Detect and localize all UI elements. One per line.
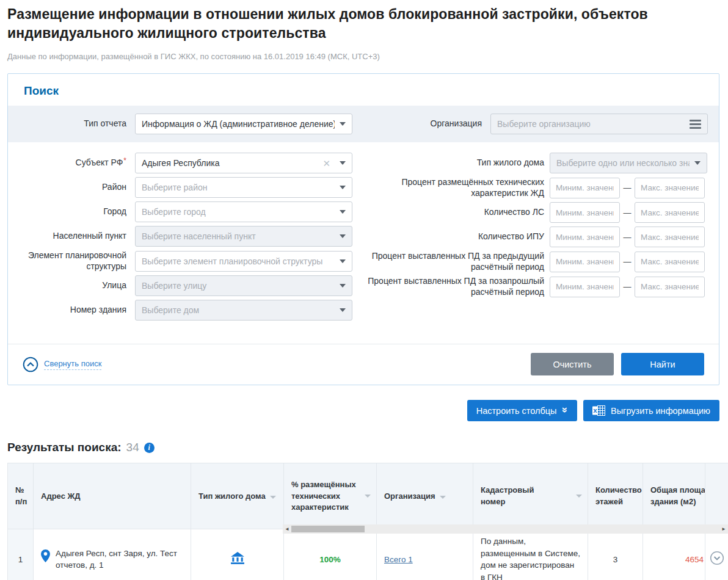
table-header-row: № п/п Адрес ЖД Тип жилого дома % размещё…: [8, 463, 728, 529]
export-button[interactable]: x Выгрузить информацию: [583, 400, 719, 421]
tech-percent-range-row: Процент размещённых технических характер…: [363, 177, 719, 198]
clear-button[interactable]: Очистить: [531, 353, 614, 375]
pd-prev-max-input[interactable]: [635, 252, 705, 272]
results-header: Результаты поиска: 34 i: [7, 441, 719, 454]
excel-icon: x: [592, 405, 605, 416]
ipu-count-max-input[interactable]: [635, 227, 705, 247]
tech-percent-range-label: Процент размещённых технических характер…: [363, 177, 544, 198]
street-row: Улица Выберите улицу: [8, 275, 363, 296]
district-row: Район Выберите район: [8, 177, 363, 198]
range-dash: —: [620, 257, 635, 266]
col-header-organization[interactable]: Организация: [377, 463, 473, 529]
col-header-tech-percent[interactable]: % размещённых технических характеристик: [284, 463, 377, 529]
organization-row: Организация Выберите организацию: [363, 114, 719, 134]
col-header-address: Адрес ЖД: [34, 463, 191, 529]
pd-prev-range-label: Процент выставленных ПД за предыдущий ра…: [363, 251, 544, 272]
settlement-label: Населенный пункт: [8, 231, 126, 242]
table-row: 1 Адыгея Респ, снт Заря, ул. Тест отчето…: [8, 529, 728, 580]
ls-count-min-input[interactable]: [550, 202, 620, 223]
col-header-house-type[interactable]: Тип жилого дома: [191, 463, 284, 529]
sort-icon[interactable]: [576, 495, 582, 498]
sort-icon[interactable]: [365, 495, 371, 498]
form-right-column: Тип жилого дома Выберите одно или нескол…: [363, 153, 719, 324]
pd-before-prev-max-input[interactable]: [635, 277, 705, 297]
organization-link[interactable]: Всего 1: [384, 555, 413, 564]
subject-rf-value: Адыгея Республика: [142, 158, 322, 168]
double-chevron-down-icon: »: [560, 407, 570, 413]
location-pin-icon[interactable]: [41, 549, 50, 562]
city-row: Город Выберите город: [8, 201, 363, 222]
row-cadastral: По данным, размещенным в Системе, дом не…: [473, 529, 588, 580]
search-panel-title: Поиск: [8, 74, 719, 106]
building-number-row: Номер здания Выберите дом: [8, 300, 363, 321]
settlement-select[interactable]: Выберите населенный пункт: [135, 226, 352, 247]
ls-count-range-row: Количество ЛС —: [363, 202, 719, 223]
settlement-placeholder: Выберите населенный пункт: [142, 231, 335, 241]
col-header-cadastral[interactable]: Кадастровый номер: [473, 463, 588, 529]
expand-chevron-icon[interactable]: [710, 551, 724, 565]
collapse-search-link[interactable]: Свернуть поиск: [23, 357, 101, 372]
range-dash: —: [620, 183, 635, 192]
tech-percent-min-input[interactable]: [550, 178, 620, 198]
city-select[interactable]: Выберите город: [135, 201, 352, 222]
pd-before-prev-range-label: Процент выставленных ПД за позапрошлый р…: [363, 276, 544, 297]
col-header-tech-percent-label: % размещённых технических характеристик: [291, 479, 377, 513]
district-select[interactable]: Выберите район: [135, 177, 352, 198]
planning-element-row: Элемент планировочной структуры Выберите…: [8, 250, 363, 272]
col-header-floors: Количество этажей: [588, 463, 643, 529]
chevron-down-icon: [340, 234, 346, 238]
configure-columns-button[interactable]: Настроить столбцы »: [467, 400, 577, 421]
ipu-count-min-input[interactable]: [550, 227, 620, 247]
row-tech-percent: 100%: [319, 555, 341, 564]
subject-rf-label: Субъект РФ*: [8, 158, 126, 169]
page-title: Размещение информации в отношении жилых …: [7, 5, 719, 42]
row-expand-cell: [705, 529, 728, 580]
chevron-down-icon: [694, 161, 701, 165]
chevron-down-icon: [340, 210, 346, 214]
chevron-down-icon: [340, 259, 346, 263]
pd-before-prev-min-input[interactable]: [550, 277, 620, 297]
report-type-select[interactable]: Информация о ЖД (административное делени…: [135, 114, 352, 134]
row-total-area: 4654: [643, 529, 705, 580]
organization-label: Организация: [363, 118, 482, 129]
organization-picker[interactable]: Выберите организацию: [490, 114, 708, 134]
subject-rf-select[interactable]: Адыгея Республика ✕: [135, 153, 352, 173]
configure-columns-label: Настроить столбцы: [476, 406, 557, 416]
row-house-type-cell: [191, 529, 284, 580]
info-icon[interactable]: i: [144, 443, 155, 453]
street-placeholder: Выберите улицу: [142, 281, 335, 291]
scroll-left-arrow[interactable]: ◄: [283, 524, 291, 534]
clear-icon[interactable]: ✕: [322, 159, 330, 168]
scroll-right-arrow[interactable]: ►: [719, 524, 728, 534]
pd-prev-min-input[interactable]: [550, 252, 620, 272]
house-icon[interactable]: [231, 552, 244, 564]
ls-count-max-input[interactable]: [635, 202, 705, 223]
search-panel-footer: Свернуть поиск Очистить Найти: [8, 344, 719, 385]
building-number-label: Номер здания: [8, 305, 126, 316]
chevron-down-icon: [340, 308, 346, 312]
house-type-row: Тип жилого дома Выберите одно или нескол…: [363, 153, 719, 173]
search-form: Субъект РФ* Адыгея Республика ✕ Район Вы…: [8, 142, 719, 324]
footer-buttons: Очистить Найти: [531, 353, 704, 375]
tech-percent-max-input[interactable]: [635, 178, 705, 198]
ipu-count-range-label: Количество ИПУ: [363, 231, 544, 242]
building-number-select[interactable]: Выберите дом: [135, 300, 352, 321]
row-floors: 3: [588, 529, 643, 580]
horizontal-scrollbar[interactable]: ◄ ►: [283, 524, 728, 534]
collapse-search-label: Свернуть поиск: [44, 359, 101, 370]
sort-icon[interactable]: [440, 496, 446, 499]
ls-count-range-label: Количество ЛС: [363, 207, 544, 218]
scrollbar-thumb[interactable]: [291, 526, 365, 532]
find-button[interactable]: Найти: [621, 353, 704, 375]
hamburger-icon[interactable]: [690, 120, 701, 129]
building-number-placeholder: Выберите дом: [142, 305, 335, 315]
organization-placeholder: Выберите организацию: [497, 119, 685, 129]
range-dash: —: [620, 208, 635, 217]
planning-element-select[interactable]: Выберите элемент планировочной структуры: [135, 251, 352, 272]
city-placeholder: Выберите город: [142, 207, 335, 217]
col-header-total-area-label: Общая площадь здания (м2): [650, 485, 705, 507]
ipu-count-range-row: Количество ИПУ —: [363, 227, 719, 247]
house-type-select[interactable]: Выберите одно или несколько значен...: [550, 153, 707, 173]
street-select[interactable]: Выберите улицу: [135, 275, 352, 296]
sort-icon[interactable]: [270, 496, 276, 499]
